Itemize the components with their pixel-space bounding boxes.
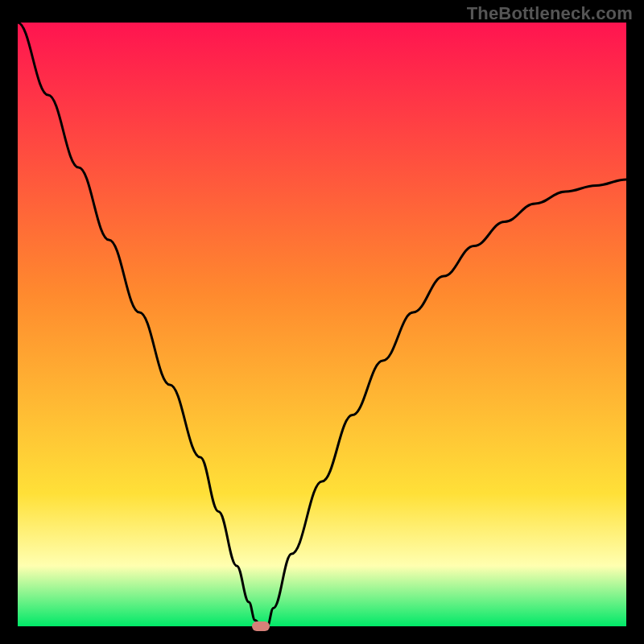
chart-container: TheBottleneck.com [0,0,644,644]
plot-background [0,0,644,644]
plot-gradient [18,23,626,626]
watermark-text: TheBottleneck.com [467,3,633,24]
optimum-marker [252,621,270,631]
